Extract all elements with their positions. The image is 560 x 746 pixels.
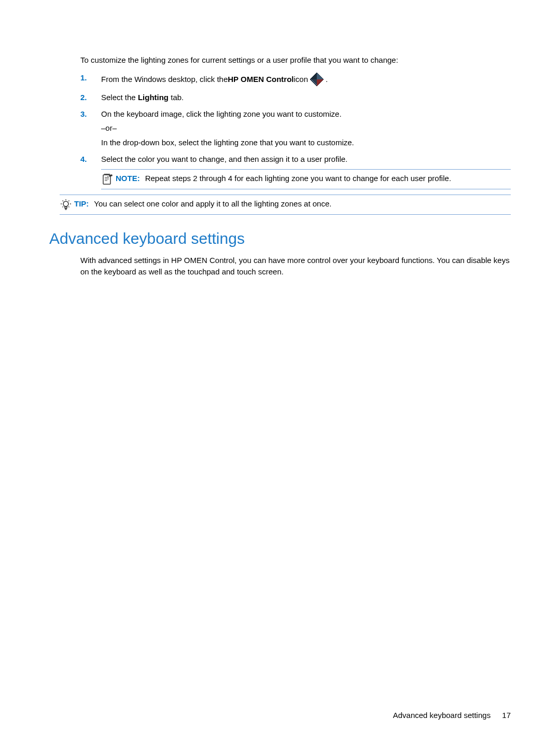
svg-line-19 xyxy=(63,200,64,201)
step-1-text: From the Windows desktop, click the HP O… xyxy=(101,72,511,87)
svg-point-6 xyxy=(104,173,105,174)
footer-label: Advanced keyboard settings xyxy=(393,711,491,720)
step-2-bold: Lighting xyxy=(138,93,169,102)
step-3-or: –or– xyxy=(101,122,511,134)
tip-callout: TIP:You can select one color and apply i… xyxy=(60,195,511,215)
body-column: To customize the lighting zones for curr… xyxy=(80,54,511,189)
step-1: 1. From the Windows desktop, click the H… xyxy=(80,72,511,87)
step-3-text: On the keyboard image, click the lightin… xyxy=(101,108,511,148)
step-4: 4. Select the color you want to change, … xyxy=(80,154,511,189)
tip-text: You can select one color and apply it to… xyxy=(94,199,331,208)
steps-list: 1. From the Windows desktop, click the H… xyxy=(80,72,511,189)
svg-line-21 xyxy=(63,206,64,208)
step-4-text: Select the color you want to change, and… xyxy=(101,154,511,165)
section-body: With advanced settings in HP OMEN Contro… xyxy=(80,255,511,278)
svg-line-20 xyxy=(68,200,69,201)
note-body: NOTE:Repeat steps 2 through 4 for each l… xyxy=(116,173,511,184)
note-icon xyxy=(101,173,114,186)
step-number: 4. xyxy=(80,154,87,165)
note-text: Repeat steps 2 through 4 for each lighti… xyxy=(145,174,451,183)
note-callout: NOTE:Repeat steps 2 through 4 for each l… xyxy=(101,169,511,189)
step-1-post: . xyxy=(326,74,328,85)
page: To customize the lighting zones for curr… xyxy=(0,0,560,746)
svg-point-9 xyxy=(109,173,110,174)
svg-point-13 xyxy=(63,201,68,206)
step-2-pre: Select the xyxy=(101,93,138,102)
step-number: 3. xyxy=(80,108,87,120)
svg-point-7 xyxy=(106,173,107,174)
step-number: 1. xyxy=(80,72,87,84)
footer-page-number: 17 xyxy=(502,711,511,720)
note-label: NOTE: xyxy=(116,174,140,183)
tip-body: TIP:You can select one color and apply i… xyxy=(74,198,511,210)
step-3-line2: In the drop-down box, select the lightin… xyxy=(101,137,511,148)
intro-text: To customize the lighting zones for curr… xyxy=(80,54,511,66)
section-heading: Advanced keyboard settings xyxy=(49,227,511,250)
svg-line-22 xyxy=(68,206,69,208)
step-3: 3. On the keyboard image, click the ligh… xyxy=(80,108,511,148)
step-2-text: Select the Lighting tab. xyxy=(101,92,511,103)
step-1-pre: From the Windows desktop, click the xyxy=(101,74,228,85)
step-3-line1: On the keyboard image, click the lightin… xyxy=(101,108,511,120)
step-2: 2. Select the Lighting tab. xyxy=(80,92,511,103)
svg-point-8 xyxy=(107,173,108,174)
step-1-bold: HP OMEN Control xyxy=(228,74,293,85)
page-footer: Advanced keyboard settings 17 xyxy=(393,710,511,721)
tip-label: TIP: xyxy=(74,199,89,208)
tip-icon xyxy=(60,199,72,211)
hp-omen-control-icon xyxy=(310,72,324,87)
step-1-mid: icon xyxy=(294,74,309,85)
step-2-post: tab. xyxy=(169,93,184,102)
step-number: 2. xyxy=(80,92,87,103)
